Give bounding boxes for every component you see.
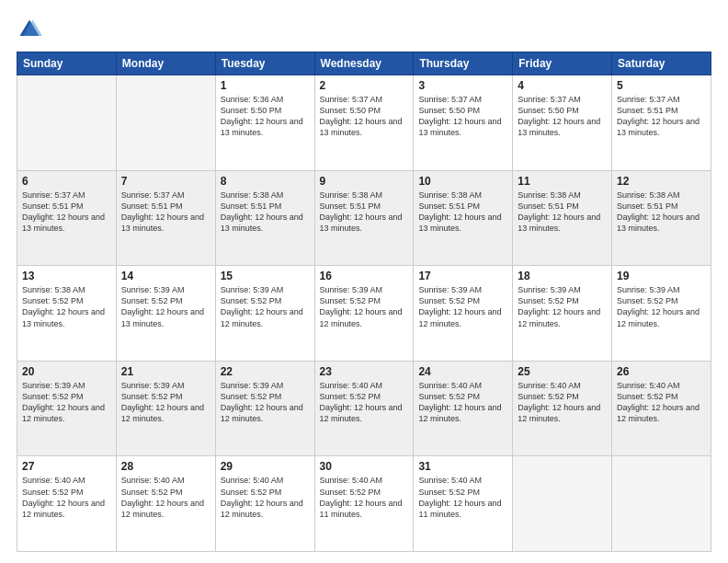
day-number: 26 bbox=[617, 365, 706, 378]
day-info: Sunrise: 5:39 AM Sunset: 5:52 PM Dayligh… bbox=[221, 284, 310, 329]
calendar-header-thursday: Thursday bbox=[414, 52, 513, 75]
day-info: Sunrise: 5:38 AM Sunset: 5:51 PM Dayligh… bbox=[617, 190, 706, 235]
day-number: 11 bbox=[518, 175, 607, 188]
calendar-cell: 29Sunrise: 5:40 AM Sunset: 5:52 PM Dayli… bbox=[215, 456, 314, 552]
logo bbox=[17, 17, 46, 42]
day-info: Sunrise: 5:39 AM Sunset: 5:52 PM Dayligh… bbox=[418, 284, 507, 329]
day-number: 29 bbox=[221, 460, 310, 473]
calendar-header-monday: Monday bbox=[116, 52, 215, 75]
calendar-cell: 5Sunrise: 5:37 AM Sunset: 5:51 PM Daylig… bbox=[612, 75, 711, 171]
calendar-header-wednesday: Wednesday bbox=[314, 52, 414, 75]
calendar-cell: 22Sunrise: 5:39 AM Sunset: 5:52 PM Dayli… bbox=[215, 361, 314, 456]
calendar-cell: 13Sunrise: 5:38 AM Sunset: 5:52 PM Dayli… bbox=[17, 266, 117, 362]
day-number: 28 bbox=[121, 460, 210, 473]
day-info: Sunrise: 5:39 AM Sunset: 5:52 PM Dayligh… bbox=[221, 380, 310, 425]
day-number: 19 bbox=[617, 270, 706, 282]
calendar-cell: 18Sunrise: 5:39 AM Sunset: 5:52 PM Dayli… bbox=[513, 266, 612, 362]
day-number: 21 bbox=[121, 365, 210, 378]
day-number: 27 bbox=[22, 460, 111, 473]
day-number: 8 bbox=[221, 175, 310, 188]
day-number: 7 bbox=[121, 175, 210, 188]
day-info: Sunrise: 5:40 AM Sunset: 5:52 PM Dayligh… bbox=[418, 475, 507, 520]
calendar-cell: 16Sunrise: 5:39 AM Sunset: 5:52 PM Dayli… bbox=[314, 266, 414, 362]
day-number: 30 bbox=[320, 460, 409, 473]
day-number: 5 bbox=[617, 79, 706, 92]
day-number: 3 bbox=[418, 79, 507, 92]
day-number: 1 bbox=[221, 79, 310, 92]
day-number: 14 bbox=[121, 270, 210, 282]
calendar-cell: 28Sunrise: 5:40 AM Sunset: 5:52 PM Dayli… bbox=[116, 456, 215, 552]
calendar-week-row: 1Sunrise: 5:36 AM Sunset: 5:50 PM Daylig… bbox=[17, 75, 711, 171]
calendar-cell: 10Sunrise: 5:38 AM Sunset: 5:51 PM Dayli… bbox=[414, 170, 513, 266]
day-info: Sunrise: 5:37 AM Sunset: 5:50 PM Dayligh… bbox=[518, 94, 607, 139]
calendar-cell: 7Sunrise: 5:37 AM Sunset: 5:51 PM Daylig… bbox=[116, 170, 215, 266]
calendar-cell: 15Sunrise: 5:39 AM Sunset: 5:52 PM Dayli… bbox=[215, 266, 314, 362]
day-number: 13 bbox=[22, 270, 111, 282]
day-info: Sunrise: 5:37 AM Sunset: 5:51 PM Dayligh… bbox=[617, 94, 706, 139]
day-info: Sunrise: 5:40 AM Sunset: 5:52 PM Dayligh… bbox=[617, 380, 706, 425]
calendar-header-tuesday: Tuesday bbox=[215, 52, 314, 75]
calendar-cell: 1Sunrise: 5:36 AM Sunset: 5:50 PM Daylig… bbox=[215, 75, 314, 171]
day-number: 23 bbox=[320, 365, 409, 378]
day-number: 24 bbox=[418, 365, 507, 378]
calendar-header-saturday: Saturday bbox=[612, 52, 711, 75]
day-info: Sunrise: 5:39 AM Sunset: 5:52 PM Dayligh… bbox=[518, 284, 607, 329]
day-number: 6 bbox=[22, 175, 111, 188]
calendar-cell: 9Sunrise: 5:38 AM Sunset: 5:51 PM Daylig… bbox=[314, 170, 414, 266]
page: SundayMondayTuesdayWednesdayThursdayFrid… bbox=[0, 0, 728, 563]
day-info: Sunrise: 5:37 AM Sunset: 5:51 PM Dayligh… bbox=[22, 190, 111, 235]
calendar-cell: 12Sunrise: 5:38 AM Sunset: 5:51 PM Dayli… bbox=[612, 170, 711, 266]
calendar-cell: 25Sunrise: 5:40 AM Sunset: 5:52 PM Dayli… bbox=[513, 361, 612, 456]
calendar-cell: 26Sunrise: 5:40 AM Sunset: 5:52 PM Dayli… bbox=[612, 361, 711, 456]
calendar-cell: 23Sunrise: 5:40 AM Sunset: 5:52 PM Dayli… bbox=[314, 361, 414, 456]
calendar-cell: 6Sunrise: 5:37 AM Sunset: 5:51 PM Daylig… bbox=[17, 170, 117, 266]
day-number: 25 bbox=[518, 365, 607, 378]
day-info: Sunrise: 5:37 AM Sunset: 5:50 PM Dayligh… bbox=[418, 94, 507, 139]
calendar-cell: 3Sunrise: 5:37 AM Sunset: 5:50 PM Daylig… bbox=[414, 75, 513, 171]
day-number: 20 bbox=[22, 365, 111, 378]
calendar-cell bbox=[513, 456, 612, 552]
day-info: Sunrise: 5:39 AM Sunset: 5:52 PM Dayligh… bbox=[617, 284, 706, 329]
day-number: 17 bbox=[418, 270, 507, 282]
header bbox=[17, 17, 711, 42]
day-info: Sunrise: 5:40 AM Sunset: 5:52 PM Dayligh… bbox=[320, 380, 409, 425]
calendar-cell bbox=[116, 75, 215, 171]
calendar-cell bbox=[17, 75, 117, 171]
calendar-cell: 31Sunrise: 5:40 AM Sunset: 5:52 PM Dayli… bbox=[414, 456, 513, 552]
calendar-week-row: 20Sunrise: 5:39 AM Sunset: 5:52 PM Dayli… bbox=[17, 361, 711, 456]
calendar-cell: 8Sunrise: 5:38 AM Sunset: 5:51 PM Daylig… bbox=[215, 170, 314, 266]
day-info: Sunrise: 5:38 AM Sunset: 5:51 PM Dayligh… bbox=[320, 190, 409, 235]
day-number: 12 bbox=[617, 175, 706, 188]
calendar-week-row: 27Sunrise: 5:40 AM Sunset: 5:52 PM Dayli… bbox=[17, 456, 711, 552]
day-number: 2 bbox=[320, 79, 409, 92]
day-info: Sunrise: 5:40 AM Sunset: 5:52 PM Dayligh… bbox=[22, 475, 111, 520]
calendar-cell: 4Sunrise: 5:37 AM Sunset: 5:50 PM Daylig… bbox=[513, 75, 612, 171]
day-number: 4 bbox=[518, 79, 607, 92]
calendar-header-sunday: Sunday bbox=[17, 52, 117, 75]
calendar-cell bbox=[612, 456, 711, 552]
calendar-cell: 11Sunrise: 5:38 AM Sunset: 5:51 PM Dayli… bbox=[513, 170, 612, 266]
day-info: Sunrise: 5:39 AM Sunset: 5:52 PM Dayligh… bbox=[121, 380, 210, 425]
day-number: 9 bbox=[320, 175, 409, 188]
day-info: Sunrise: 5:39 AM Sunset: 5:52 PM Dayligh… bbox=[320, 284, 409, 329]
day-info: Sunrise: 5:40 AM Sunset: 5:52 PM Dayligh… bbox=[221, 475, 310, 520]
day-number: 16 bbox=[320, 270, 409, 282]
calendar-cell: 14Sunrise: 5:39 AM Sunset: 5:52 PM Dayli… bbox=[116, 266, 215, 362]
calendar-week-row: 13Sunrise: 5:38 AM Sunset: 5:52 PM Dayli… bbox=[17, 266, 711, 362]
day-number: 31 bbox=[418, 460, 507, 473]
calendar-cell: 17Sunrise: 5:39 AM Sunset: 5:52 PM Dayli… bbox=[414, 266, 513, 362]
day-number: 10 bbox=[418, 175, 507, 188]
day-info: Sunrise: 5:36 AM Sunset: 5:50 PM Dayligh… bbox=[221, 94, 310, 139]
day-info: Sunrise: 5:39 AM Sunset: 5:52 PM Dayligh… bbox=[22, 380, 111, 425]
calendar-cell: 24Sunrise: 5:40 AM Sunset: 5:52 PM Dayli… bbox=[414, 361, 513, 456]
calendar-header-friday: Friday bbox=[513, 52, 612, 75]
calendar-week-row: 6Sunrise: 5:37 AM Sunset: 5:51 PM Daylig… bbox=[17, 170, 711, 266]
day-info: Sunrise: 5:40 AM Sunset: 5:52 PM Dayligh… bbox=[418, 380, 507, 425]
calendar-cell: 2Sunrise: 5:37 AM Sunset: 5:50 PM Daylig… bbox=[314, 75, 414, 171]
day-info: Sunrise: 5:40 AM Sunset: 5:52 PM Dayligh… bbox=[320, 475, 409, 520]
calendar-cell: 20Sunrise: 5:39 AM Sunset: 5:52 PM Dayli… bbox=[17, 361, 117, 456]
day-info: Sunrise: 5:38 AM Sunset: 5:51 PM Dayligh… bbox=[418, 190, 507, 235]
calendar-header-row: SundayMondayTuesdayWednesdayThursdayFrid… bbox=[17, 52, 711, 75]
day-info: Sunrise: 5:37 AM Sunset: 5:50 PM Dayligh… bbox=[320, 94, 409, 139]
day-number: 22 bbox=[221, 365, 310, 378]
